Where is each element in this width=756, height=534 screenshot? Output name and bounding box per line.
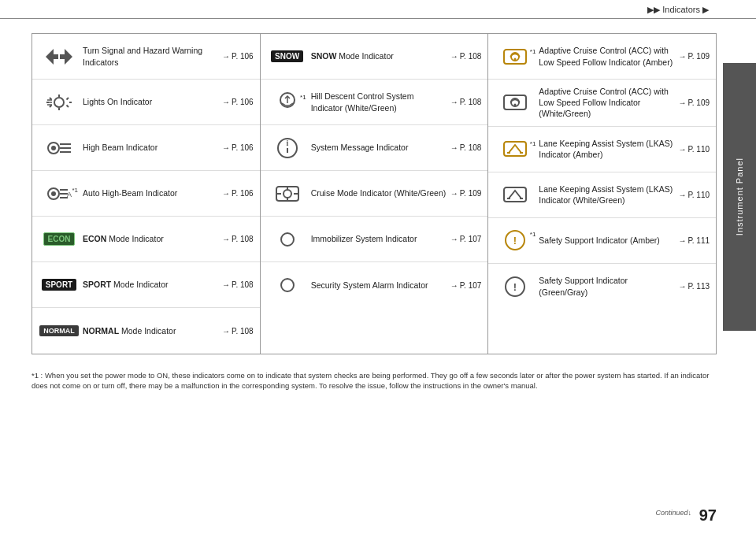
main-content: Turn Signal and Hazard Warning Indicator…	[0, 19, 756, 362]
list-item: ! *1 Safety Support Indicator (Amber) → …	[488, 218, 716, 264]
arrow-icon: →	[450, 235, 458, 243]
superscript-icon: *1	[300, 94, 306, 101]
indicator-label: Adaptive Cruise Control (ACC) with Low S…	[539, 86, 675, 120]
arrow-icon: →	[678, 98, 686, 107]
svg-rect-36	[504, 95, 526, 109]
label-area: Hill Descent Control System Indicator (W…	[308, 91, 450, 113]
list-item: Security System Alarm Indicator → P. 107	[261, 262, 488, 308]
lights-on-icon	[39, 94, 80, 111]
svg-line-10	[67, 98, 69, 100]
svg-point-12	[51, 146, 56, 150]
indicator-label: Immobilizer System Indicator	[311, 233, 447, 244]
page-number: P. 107	[460, 281, 482, 290]
page-ref: → P. 106	[222, 189, 254, 198]
page-ref: → P. 113	[678, 282, 710, 291]
label-area: Auto High-Beam Indicator	[80, 187, 222, 198]
label-area: NORMAL Mode Indicator	[80, 325, 222, 336]
page-number: P. 110	[687, 145, 710, 154]
header-bar: ▶▶ Indicators ▶	[0, 0, 756, 19]
hill-descent-icon: *1	[267, 92, 308, 113]
list-item: Lane Keeping Assist System (LKAS) Indica…	[488, 172, 716, 218]
arrow-icon: →	[678, 236, 686, 245]
footnote: *1 : When you set the power mode to ON, …	[0, 362, 756, 396]
label-area: Security System Alarm Indicator	[308, 280, 450, 291]
svg-point-17	[51, 191, 56, 196]
list-item: Lights On Indicator → P. 106	[32, 80, 260, 125]
circle-indicator	[280, 232, 295, 247]
page-number: P. 108	[460, 98, 482, 106]
arrow-icon: →	[222, 327, 230, 336]
indicator-label: Hill Descent Control System Indicator (W…	[311, 91, 447, 113]
page-ref: → P. 108	[222, 280, 254, 289]
list-item: Cruise Mode Indicator (White/Green) → P.…	[261, 171, 488, 217]
list-item: i System Message Indicator → P. 108	[261, 125, 488, 171]
arrow-icon: →	[222, 143, 230, 152]
label-area: SPORT Mode Indicator	[80, 279, 222, 290]
arrow-icon: →	[450, 98, 458, 106]
page-ref: → P. 108	[222, 327, 254, 336]
page-ref: → P. 109	[678, 52, 710, 61]
list-item: *1 Hill Descent Control System Indicator…	[261, 80, 488, 125]
label-area: Lane Keeping Assist System (LKAS) Indica…	[536, 184, 678, 206]
label-area: ECON Mode Indicator	[80, 233, 222, 244]
acc-amber-icon: *1	[495, 46, 536, 67]
normal-badge: NORMAL	[39, 325, 79, 336]
circle-indicator	[280, 278, 295, 292]
svg-marker-0	[46, 49, 58, 65]
list-item: SNOW SNOW Mode Indicator → P. 108	[261, 34, 488, 80]
svg-line-9	[50, 105, 52, 107]
list-item: *1 Adaptive Cruise Control (ACC) with Lo…	[488, 34, 716, 80]
page-number: P. 106	[232, 143, 254, 152]
sidebar-tab: Instrument Panel	[723, 63, 756, 331]
list-item: *1 Lane Keeping Assist System (LKAS) Ind…	[488, 127, 716, 172]
list-item: Adaptive Cruise Control (ACC) with Low S…	[488, 80, 716, 127]
header-arrows-right: ▶	[702, 5, 709, 14]
page-number: P. 107	[460, 235, 482, 243]
label-area: Lane Keeping Assist System (LKAS) Indica…	[536, 138, 678, 160]
indicators-grid: Turn Signal and Hazard Warning Indicator…	[32, 33, 717, 354]
page-ref: → P. 109	[450, 189, 482, 198]
list-item: NORMAL NORMAL Mode Indicator → P. 108	[32, 308, 260, 354]
page-ref: → P. 110	[678, 145, 710, 154]
safety-gray-icon: !	[495, 276, 536, 298]
list-item: A *1 Auto High-Beam Indicator → P. 106	[32, 171, 260, 217]
superscript-icon: *1	[530, 231, 536, 238]
arrow-icon: →	[678, 282, 686, 291]
system-message-icon: i	[267, 138, 308, 158]
column-1: Turn Signal and Hazard Warning Indicator…	[32, 34, 261, 354]
continued-text: Continued↓	[655, 509, 691, 517]
indicator-label: Safety Support Indicator (Green/Gray)	[539, 275, 675, 297]
label-area: Cruise Mode Indicator (White/Green)	[308, 187, 450, 198]
indicator-label: Security System Alarm Indicator	[311, 280, 447, 291]
page-number: P. 108	[232, 327, 254, 336]
column-3: *1 Adaptive Cruise Control (ACC) with Lo…	[488, 34, 716, 354]
indicator-label: System Message Indicator	[311, 142, 447, 153]
arrow-icon: →	[222, 189, 230, 198]
label-area: Adaptive Cruise Control (ACC) with Low S…	[536, 45, 678, 67]
snow-badge: SNOW	[271, 50, 303, 62]
indicator-label: ECON Mode Indicator	[83, 233, 219, 244]
label-area: Safety Support Indicator (Green/Gray)	[536, 275, 678, 297]
high-beam-icon	[39, 139, 80, 157]
label-area: Turn Signal and Hazard Warning Indicator…	[80, 45, 222, 67]
page-number: P. 108	[460, 52, 482, 61]
label-area: High Beam Indicator	[80, 142, 222, 153]
indicator-label: Turn Signal and Hazard Warning Indicator…	[83, 45, 219, 67]
indicator-label: SNOW Mode Indicator	[311, 50, 447, 61]
security-alarm-icon	[267, 278, 308, 292]
header-arrows-left: ▶▶	[647, 5, 660, 14]
page-number: P. 106	[232, 189, 254, 198]
arrow-icon: →	[450, 52, 458, 61]
list-item: High Beam Indicator → P. 106	[32, 125, 260, 171]
svg-point-2	[54, 98, 64, 107]
arrow-icon: →	[450, 143, 458, 152]
page-ref: → P. 106	[222, 98, 254, 106]
superscript-icon: *1	[530, 48, 536, 55]
label-area: System Message Indicator	[308, 142, 450, 153]
label-area: Immobilizer System Indicator	[308, 233, 450, 244]
indicator-label: Cruise Mode Indicator (White/Green)	[311, 187, 447, 198]
footnote-text: *1 : When you set the power mode to ON, …	[32, 371, 709, 390]
indicator-label: Lights On Indicator	[83, 96, 219, 107]
indicator-label: Safety Support Indicator (Amber)	[539, 235, 675, 246]
page-ref: → P. 107	[450, 281, 482, 290]
